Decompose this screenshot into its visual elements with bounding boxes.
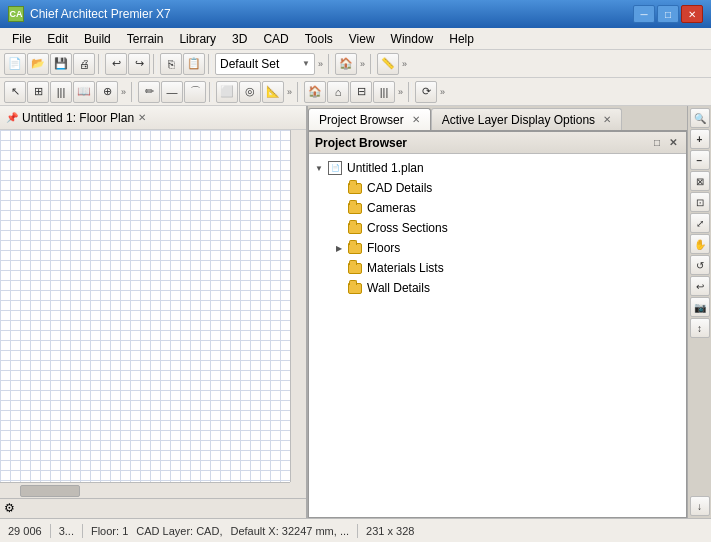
tool-c2[interactable]: —: [161, 81, 183, 103]
tool-e3[interactable]: ⊟: [350, 81, 372, 103]
toolbar-row1: 📄 📂 💾 🖨 ↩ ↪ ⎘ 📋 Default Set ▼ » 🏠 » 📏 »: [0, 50, 711, 78]
settings-button[interactable]: ⚙: [4, 501, 20, 517]
tree-node-root[interactable]: ▼ 📄 Untitled 1.plan: [309, 158, 686, 178]
expand-icon-4[interactable]: [333, 262, 345, 274]
select-tool[interactable]: ↖: [4, 81, 26, 103]
expand-icon-3[interactable]: ▶: [333, 242, 345, 254]
pb-close-button[interactable]: ✕: [666, 136, 680, 150]
tool-d2[interactable]: ◎: [239, 81, 261, 103]
default-set-dropdown[interactable]: Default Set ▼: [215, 53, 315, 75]
refresh-button[interactable]: ↕: [690, 318, 710, 338]
tool-e2[interactable]: ⌂: [327, 81, 349, 103]
tool-b3[interactable]: 📖: [73, 81, 95, 103]
tabs-row: Project Browser ✕ Active Layer Display O…: [308, 106, 687, 130]
scrollbar-thumb[interactable]: [20, 485, 80, 497]
tab-project-browser-close[interactable]: ✕: [412, 114, 420, 125]
sep-t2-3: [297, 82, 301, 102]
menu-item-tools[interactable]: Tools: [297, 28, 341, 49]
status-divider1: [50, 524, 51, 538]
close-button[interactable]: ✕: [681, 5, 703, 23]
ruler-button[interactable]: 📏: [377, 53, 399, 75]
orbit-button[interactable]: ↺: [690, 255, 710, 275]
separator2: [153, 54, 157, 74]
toolbar2-expand2[interactable]: »: [285, 85, 294, 99]
copy-button[interactable]: ⎘: [160, 53, 182, 75]
expand-button[interactable]: ⤢: [690, 213, 710, 233]
floor-plan-tab-label: Untitled 1: Floor Plan: [22, 111, 134, 125]
tree-label-3: Floors: [367, 241, 400, 255]
app-title: Chief Architect Premier X7: [30, 7, 633, 21]
sidebar-down-button[interactable]: ↓: [690, 496, 710, 516]
tree-node-cameras[interactable]: Cameras: [309, 198, 686, 218]
open-button[interactable]: 📂: [27, 53, 49, 75]
tab-active-layer-close[interactable]: ✕: [603, 114, 611, 125]
fit-button[interactable]: ⊠: [690, 171, 710, 191]
tree-node-cross-sections[interactable]: Cross Sections: [309, 218, 686, 238]
undo-view-button[interactable]: ↩: [690, 276, 710, 296]
tool-d3[interactable]: 📐: [262, 81, 284, 103]
zoom-step-in-button[interactable]: +: [690, 129, 710, 149]
menu-item-library[interactable]: Library: [171, 28, 224, 49]
status-floor: Floor: 1: [91, 525, 128, 537]
expand-icon-1[interactable]: [333, 202, 345, 214]
save-button[interactable]: 💾: [50, 53, 72, 75]
redo-button[interactable]: ↪: [128, 53, 150, 75]
toolbar2-expand4[interactable]: »: [438, 85, 447, 99]
menu-item-view[interactable]: View: [341, 28, 383, 49]
menu-item-cad[interactable]: CAD: [255, 28, 296, 49]
floor-plan-canvas[interactable]: [0, 130, 306, 498]
tool-c3[interactable]: ⌒: [184, 81, 206, 103]
horizontal-scrollbar[interactable]: [0, 482, 290, 498]
root-expand-icon[interactable]: ▼: [313, 162, 325, 174]
toolbar2-expand1[interactable]: »: [119, 85, 128, 99]
minimize-button[interactable]: ─: [633, 5, 655, 23]
tab-pin-icon[interactable]: 📌: [6, 112, 18, 123]
camera-button[interactable]: 📷: [690, 297, 710, 317]
toolbar1-expand3[interactable]: »: [400, 57, 409, 71]
floor-plan-tab: 📌 Untitled 1: Floor Plan ✕: [0, 106, 306, 130]
menu-item-build[interactable]: Build: [76, 28, 119, 49]
paste-button[interactable]: 📋: [183, 53, 205, 75]
zoom-step-out-button[interactable]: −: [690, 150, 710, 170]
tool-d1[interactable]: ⬜: [216, 81, 238, 103]
tree-node-floors[interactable]: ▶Floors: [309, 238, 686, 258]
expand-icon-2[interactable]: [333, 222, 345, 234]
tool-b2[interactable]: |||: [50, 81, 72, 103]
zoom-in-button[interactable]: 🔍: [690, 108, 710, 128]
maximize-button[interactable]: □: [657, 5, 679, 23]
vertical-scrollbar[interactable]: [290, 130, 306, 482]
pb-header-controls: □ ✕: [650, 136, 680, 150]
home-button[interactable]: 🏠: [335, 53, 357, 75]
tree-label-2: Cross Sections: [367, 221, 448, 235]
tool-b4[interactable]: ⊕: [96, 81, 118, 103]
tool-b1[interactable]: ⊞: [27, 81, 49, 103]
toolbar1-expand2[interactable]: »: [358, 57, 367, 71]
tool-c1[interactable]: ✏: [138, 81, 160, 103]
zoom-box-button[interactable]: ⊡: [690, 192, 710, 212]
expand-icon-0[interactable]: [333, 182, 345, 194]
pan-button[interactable]: ✋: [690, 234, 710, 254]
tool-f1[interactable]: ⟳: [415, 81, 437, 103]
undo-button[interactable]: ↩: [105, 53, 127, 75]
tool-e1[interactable]: 🏠: [304, 81, 326, 103]
menu-item-window[interactable]: Window: [383, 28, 442, 49]
tree-node-cad-details[interactable]: CAD Details: [309, 178, 686, 198]
pb-maximize-button[interactable]: □: [650, 136, 664, 150]
tab-active-layer[interactable]: Active Layer Display Options ✕: [431, 108, 622, 130]
menu-item-help[interactable]: Help: [441, 28, 482, 49]
tab-project-browser[interactable]: Project Browser ✕: [308, 108, 431, 130]
tree-node-materials-lists[interactable]: Materials Lists: [309, 258, 686, 278]
expand-icon-5[interactable]: [333, 282, 345, 294]
toolbar1-expand[interactable]: »: [316, 57, 325, 71]
tree-node-wall-details[interactable]: Wall Details: [309, 278, 686, 298]
new-button[interactable]: 📄: [4, 53, 26, 75]
print-button[interactable]: 🖨: [73, 53, 95, 75]
menu-item-file[interactable]: File: [4, 28, 39, 49]
menu-item-terrain[interactable]: Terrain: [119, 28, 172, 49]
tool-e4[interactable]: |||: [373, 81, 395, 103]
menu-item-edit[interactable]: Edit: [39, 28, 76, 49]
floor-plan-tab-close[interactable]: ✕: [138, 112, 146, 123]
project-browser-title: Project Browser: [315, 136, 407, 150]
toolbar2-expand3[interactable]: »: [396, 85, 405, 99]
menu-item-3d[interactable]: 3D: [224, 28, 255, 49]
